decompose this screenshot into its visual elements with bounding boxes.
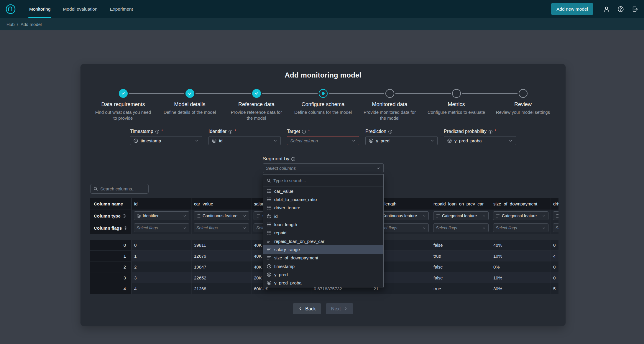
breadcrumb: Hub / Add model <box>0 18 644 30</box>
option-timestamp[interactable]: timestamp <box>263 262 383 270</box>
field-label: Identifier * <box>208 129 281 134</box>
column-flags-value: Select flags <box>196 226 218 230</box>
step-title: Metrics <box>423 101 490 108</box>
search-columns-input[interactable] <box>100 186 145 191</box>
column-flags-select-size-of-downpayment[interactable]: Select flags <box>493 223 548 232</box>
nav-item-monitoring[interactable]: Monitoring <box>23 0 57 18</box>
nav-item-experiment[interactable]: Experiment <box>104 0 139 18</box>
info-icon <box>302 129 306 134</box>
target-icon <box>267 280 272 285</box>
add-new-model-button[interactable]: Add new model <box>551 3 593 15</box>
help-button[interactable] <box>615 4 626 15</box>
chevron-down-icon <box>508 139 513 143</box>
column-type-value: Continuous feature <box>203 213 237 218</box>
option-repaid[interactable]: repaid <box>263 229 383 237</box>
logout-button[interactable] <box>629 4 640 15</box>
top-navbar: MonitoringModel evaluationExperiment Add… <box>0 0 644 18</box>
continuous-icon <box>196 214 201 218</box>
breadcrumb-hub[interactable]: Hub <box>6 22 15 27</box>
check-icon <box>188 91 192 96</box>
prediction-select[interactable]: y_pred <box>365 136 438 145</box>
column-type-select-car-value[interactable]: Continuous feature <box>194 211 249 220</box>
categorical-icon <box>267 255 272 260</box>
column-type-select-size-of-downpayment[interactable]: Categorical feature <box>493 211 548 220</box>
table-cell-size-of-downpayment: 10% <box>491 272 551 283</box>
option-car-value[interactable]: car_value <box>263 187 383 195</box>
column-flags-cell: Select flags <box>431 222 491 234</box>
step-circle-active <box>319 89 328 98</box>
categorical-icon <box>436 214 440 218</box>
step-circle-done <box>119 89 128 98</box>
target-select[interactable]: Select column <box>287 136 359 145</box>
back-button[interactable]: Back <box>293 303 321 314</box>
clock-icon <box>133 138 138 143</box>
step-description: Define columns for the model <box>290 109 356 115</box>
option-y-pred[interactable]: y_pred <box>263 270 383 279</box>
table-cell-driver-tenure: 0 <box>551 261 558 272</box>
row-index: 3 <box>90 272 131 283</box>
identifier-select[interactable]: id <box>208 136 281 145</box>
chevron-down-icon <box>243 214 247 218</box>
column-type-select-driver-tenure[interactable]: Continuous feature <box>553 211 558 220</box>
table-cell-car-value: 22652 <box>192 272 252 283</box>
row-index: 4 <box>90 283 131 294</box>
field-prediction: Prediction y_pred <box>365 129 438 145</box>
info-icon <box>155 129 160 134</box>
info-icon <box>291 157 295 161</box>
column-type-select-id[interactable]: Identifier <box>134 211 189 220</box>
brand-logo-icon[interactable] <box>5 4 16 14</box>
column-flags-value: Select flags <box>436 226 457 230</box>
option-driver-tenure[interactable]: driver_tenure <box>263 204 383 212</box>
next-button[interactable]: Next <box>326 303 353 314</box>
dropdown-search-input[interactable] <box>273 178 380 183</box>
column-flags-select-driver-tenure[interactable]: Select flags <box>553 223 558 232</box>
chevron-down-icon <box>195 139 199 143</box>
segment-by-select[interactable]: Select columns <box>263 163 384 173</box>
column-type-value: Continuous feature <box>382 213 417 218</box>
wizard-footer: Back Next <box>80 303 566 314</box>
option-label: y_pred_proba <box>274 280 302 285</box>
step-reference-data: Reference data Provide reference data fo… <box>223 89 290 121</box>
chevron-down-icon <box>542 226 546 230</box>
table-cell-id: 2 <box>132 261 192 272</box>
predicted-probability-value: y_pred_proba <box>454 138 482 143</box>
table-cell-id: 0 <box>132 240 192 250</box>
chevron-down-icon <box>351 139 356 143</box>
table-cell-size-of-downpayment: 40% <box>491 240 551 250</box>
fingerprint-icon <box>137 214 141 218</box>
user-button[interactable] <box>601 4 612 15</box>
info-icon <box>488 129 493 134</box>
predicted-probability-select[interactable]: y_pred_proba <box>444 136 516 145</box>
breadcrumb-add-model: Add model <box>21 22 42 27</box>
column-type-select-repaid-loan-on-prev-car[interactable]: Categorical feature <box>433 211 489 220</box>
search-icon <box>93 187 98 191</box>
segment-by-dropdown-panel: car_value debt_to_income_ratio driver_te… <box>263 174 384 287</box>
option-repaid-loan-on-prev-car[interactable]: repaid_loan_on_prev_car <box>263 237 383 245</box>
nav-item-model-evaluation[interactable]: Model evaluation <box>57 0 104 18</box>
table-cell-driver-tenure: 0 <box>551 240 558 250</box>
step-description: Provide monitored data for the model <box>356 109 423 121</box>
option-loan-length[interactable]: loan_length <box>263 220 383 228</box>
table-cell-size-of-downpayment: 0% <box>491 261 551 272</box>
step-connector <box>329 93 384 94</box>
option-salary-range[interactable]: salary_range <box>263 245 383 254</box>
option-label: driver_tenure <box>274 205 300 210</box>
table-cell-car-value: 19847 <box>192 261 252 272</box>
option-size-of-downpayment[interactable]: size_of_downpayment <box>263 254 383 262</box>
categorical-icon <box>256 214 261 218</box>
option-id[interactable]: id <box>263 212 383 220</box>
column-flags-select-id[interactable]: Select flags <box>134 223 189 232</box>
table-cell-size-of-downpayment: 10% <box>491 251 551 261</box>
option-y-pred-proba[interactable]: y_pred_proba <box>263 279 383 287</box>
column-flags-select-car-value[interactable]: Select flags <box>194 223 249 232</box>
option-debt-to-income-ratio[interactable]: debt_to_income_ratio <box>263 195 383 203</box>
column-flags-select-repaid-loan-on-prev-car[interactable]: Select flags <box>433 223 489 232</box>
target-icon <box>369 138 374 143</box>
step-monitored-data: Monitored data Provide monitored data fo… <box>356 89 423 121</box>
timestamp-select[interactable]: timestamp <box>130 136 202 145</box>
required-asterisk: * <box>308 129 310 134</box>
prediction-value: y_pred <box>376 138 390 143</box>
categorical-icon <box>496 214 500 218</box>
target-icon <box>267 272 272 277</box>
chevron-down-icon <box>243 226 247 230</box>
